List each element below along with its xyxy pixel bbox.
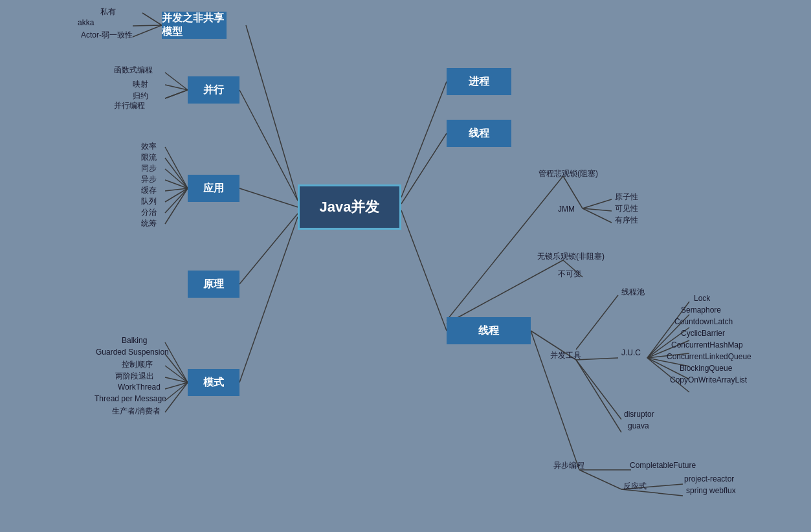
svg-line-39	[576, 358, 618, 360]
label-concurrentlinkedqueue: ConcurrentLinkedQueue	[667, 352, 751, 361]
label-threadpermessage: Thread per Message	[94, 394, 166, 403]
label-kejianxing: 可见性	[615, 203, 638, 214]
node-bingxing-label: 并行	[203, 83, 224, 97]
svg-line-5	[142, 13, 162, 25]
svg-line-49	[576, 360, 621, 432]
node-yuanli: 原理	[188, 271, 239, 298]
svg-line-2	[239, 188, 298, 207]
svg-line-1	[239, 90, 298, 201]
node-yuanli-label: 原理	[203, 278, 224, 291]
label-yingshe: 映射	[133, 79, 148, 90]
label-duilie: 队列	[141, 196, 157, 207]
label-yibu: 异步	[141, 174, 157, 185]
label-jmm: JMM	[558, 205, 575, 214]
label-xianchengchi: 线程池	[621, 287, 645, 298]
svg-line-14	[165, 169, 188, 188]
label-xiaolv: 效率	[141, 141, 157, 152]
svg-line-0	[246, 25, 298, 201]
node-feixianxiang: 并发之非共享模型	[162, 12, 227, 39]
center-label: Java并发	[320, 197, 380, 217]
svg-line-27	[401, 82, 447, 197]
svg-line-30	[447, 176, 563, 320]
label-bingfagongju: 并发工具	[550, 350, 581, 361]
svg-line-3	[239, 214, 298, 284]
label-yibianbiancheng: 异步编程	[553, 460, 584, 471]
label-guancheng: 管程悲观锁(阻塞)	[539, 168, 598, 179]
label-siyou: 私有	[100, 6, 116, 17]
label-akka: akka	[78, 18, 94, 27]
svg-line-32	[583, 199, 612, 208]
label-tongbu: 同步	[141, 163, 157, 174]
label-tongchou: 统筹	[141, 218, 157, 229]
label-concurrenthashmap: ConcurrentHashMap	[671, 340, 743, 349]
label-fanyingshi: 反应式	[623, 481, 647, 492]
label-juc: J.U.C	[621, 348, 641, 357]
node-gongxiang: 线程	[447, 317, 531, 344]
label-kongzhi: 控制顺序	[122, 359, 153, 370]
label-blockingqueue: BlockingQueue	[680, 364, 732, 373]
svg-line-6	[133, 25, 162, 26]
svg-line-52	[579, 470, 621, 489]
label-xianliu: 限流	[141, 152, 157, 163]
node-moshi-label: 模式	[203, 376, 224, 390]
node-yingyong-label: 应用	[203, 182, 224, 195]
svg-line-28	[401, 133, 447, 204]
node-feixianxiang-label: 并发之非共享模型	[162, 12, 227, 39]
node-gongxiang-label: 线程	[478, 324, 499, 338]
svg-line-29	[401, 210, 447, 331]
label-countdownlatch: CountdownLatch	[674, 317, 733, 326]
label-bingxingbiancheng: 并行编程	[114, 100, 145, 111]
svg-line-4	[239, 217, 298, 382]
node-yingyong: 应用	[188, 175, 239, 202]
node-xiancheng: 线程	[447, 120, 511, 147]
svg-line-11	[165, 90, 188, 98]
label-completablefuture: CompletableFuture	[630, 461, 696, 470]
node-jincheng-label: 进程	[469, 75, 489, 89]
svg-line-48	[576, 360, 621, 419]
node-bingxing: 并行	[188, 76, 239, 104]
label-disruptor: disruptor	[624, 410, 654, 419]
label-lock: Lock	[694, 294, 710, 303]
label-copyonwrite: CopyOnWriteArrayList	[670, 375, 747, 384]
label-springwebflux: spring webflux	[686, 486, 736, 495]
label-huancun: 缓存	[141, 185, 157, 196]
label-bukebiran: 不可变	[558, 269, 581, 280]
svg-line-12	[165, 147, 188, 188]
label-liangduiji: 两阶段退出	[115, 371, 154, 382]
label-fenzhi: 分治	[141, 207, 157, 218]
svg-line-31	[563, 176, 583, 208]
node-moshi: 模式	[188, 369, 239, 396]
label-shengchan: 生产者/消费者	[112, 406, 161, 417]
label-guava: guava	[628, 421, 649, 430]
svg-line-18	[165, 188, 188, 213]
svg-line-35	[447, 260, 563, 324]
label-cyclicbarrier: CyclicBarrier	[681, 329, 725, 338]
center-node: Java并发	[298, 184, 401, 230]
label-semaphore: Semaphore	[681, 305, 721, 315]
label-hanshu: 函数式编程	[114, 65, 153, 76]
svg-line-38	[576, 295, 618, 349]
label-balking: Balking	[122, 336, 147, 345]
label-youxuxing: 有序性	[615, 215, 638, 226]
label-guarded: Guarded Suspension	[96, 348, 169, 357]
svg-line-19	[165, 188, 188, 224]
label-projectreactor: project-reactor	[684, 474, 734, 483]
label-wusuo: 无锁乐观锁(非阻塞)	[537, 251, 605, 262]
svg-line-7	[133, 25, 162, 37]
label-yuanzixing: 原子性	[615, 192, 638, 203]
node-xiancheng-label: 线程	[469, 127, 489, 140]
label-actor: Actor-弱一致性	[81, 30, 133, 41]
label-workthread: WorkThread	[118, 382, 161, 392]
node-jincheng: 进程	[447, 68, 511, 95]
